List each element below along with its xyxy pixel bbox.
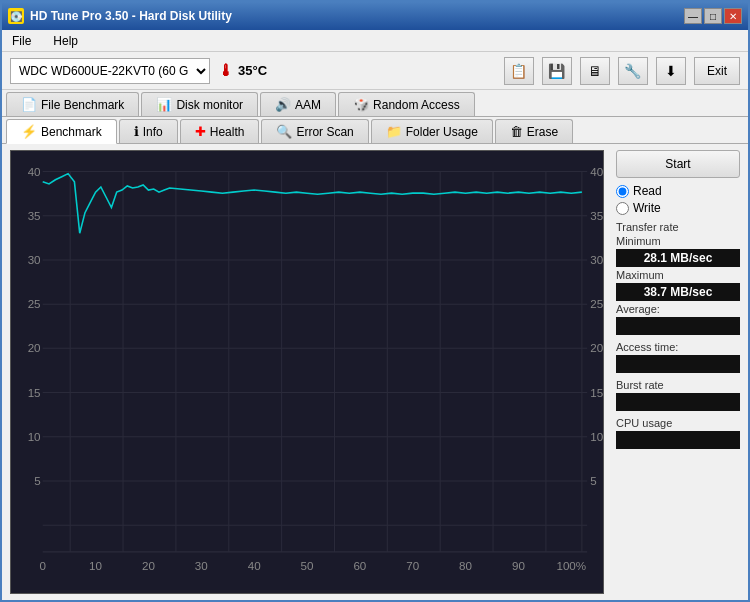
tab-random-access[interactable]: 🎲 Random Access bbox=[338, 92, 475, 116]
cpu-usage-label: CPU usage bbox=[616, 417, 740, 429]
temperature-display: 🌡 35°C bbox=[218, 62, 267, 80]
error-scan-icon: 🔍 bbox=[276, 124, 292, 139]
svg-text:25: 25 bbox=[28, 298, 41, 310]
thermometer-icon: 🌡 bbox=[218, 62, 234, 80]
svg-text:5: 5 bbox=[34, 475, 40, 487]
benchmark-icon: ⚡ bbox=[21, 124, 37, 139]
disk-monitor-icon: 📊 bbox=[156, 97, 172, 112]
burst-rate-value bbox=[616, 393, 740, 411]
radio-read-label[interactable]: Read bbox=[616, 184, 740, 198]
svg-text:10: 10 bbox=[28, 431, 41, 443]
svg-text:25: 25 bbox=[590, 298, 603, 310]
save-graph-button[interactable]: 💾 bbox=[542, 57, 572, 85]
svg-text:15: 15 bbox=[28, 387, 41, 399]
random-access-icon: 🎲 bbox=[353, 97, 369, 112]
app-icon: 💽 bbox=[8, 8, 24, 24]
radio-write-label[interactable]: Write bbox=[616, 201, 740, 215]
tabs-row1: 📄 File Benchmark 📊 Disk monitor 🔊 AAM 🎲 … bbox=[2, 90, 748, 117]
tab-benchmark[interactable]: ⚡ Benchmark bbox=[6, 119, 117, 144]
svg-text:10: 10 bbox=[590, 431, 603, 443]
average-value bbox=[616, 317, 740, 335]
start-button[interactable]: Start bbox=[616, 150, 740, 178]
access-time-value bbox=[616, 355, 740, 373]
tab-info[interactable]: ℹ Info bbox=[119, 119, 178, 143]
maximum-value: 38.7 MB/sec bbox=[616, 283, 740, 301]
svg-text:40: 40 bbox=[590, 166, 603, 178]
transfer-mode-group: Read Write bbox=[616, 184, 740, 215]
temperature-value: 35°C bbox=[238, 63, 267, 78]
access-time-label: Access time: bbox=[616, 341, 740, 353]
right-panel: Start Read Write Transfer rate Minimum 2… bbox=[608, 144, 748, 600]
svg-text:30: 30 bbox=[195, 561, 208, 573]
burst-rate-label: Burst rate bbox=[616, 379, 740, 391]
minimize-button[interactable]: — bbox=[684, 8, 702, 24]
close-button[interactable]: ✕ bbox=[724, 8, 742, 24]
tabs-row2: ⚡ Benchmark ℹ Info ✚ Health 🔍 Error Scan… bbox=[2, 117, 748, 144]
svg-text:10: 10 bbox=[89, 561, 102, 573]
aam-icon: 🔊 bbox=[275, 97, 291, 112]
tab-disk-monitor[interactable]: 📊 Disk monitor bbox=[141, 92, 258, 116]
svg-text:50: 50 bbox=[301, 561, 314, 573]
svg-text:100%: 100% bbox=[556, 561, 586, 573]
cpu-usage-value bbox=[616, 431, 740, 449]
svg-text:30: 30 bbox=[28, 254, 41, 266]
svg-text:90: 90 bbox=[512, 561, 525, 573]
tab-file-benchmark[interactable]: 📄 File Benchmark bbox=[6, 92, 139, 116]
svg-text:30: 30 bbox=[590, 254, 603, 266]
burst-rate-section: Burst rate bbox=[616, 379, 740, 411]
maximize-button[interactable]: □ bbox=[704, 8, 722, 24]
maximum-label: Maximum bbox=[616, 269, 740, 281]
exit-button[interactable]: Exit bbox=[694, 57, 740, 85]
svg-text:20: 20 bbox=[142, 561, 155, 573]
minimum-value: 28.1 MB/sec bbox=[616, 249, 740, 267]
download-button[interactable]: ⬇ bbox=[656, 57, 686, 85]
folder-usage-icon: 📁 bbox=[386, 124, 402, 139]
svg-text:20: 20 bbox=[590, 343, 603, 355]
radio-read[interactable] bbox=[616, 185, 629, 198]
transfer-rate-section: Transfer rate Minimum 28.1 MB/sec Maximu… bbox=[616, 221, 740, 335]
svg-text:20: 20 bbox=[28, 343, 41, 355]
title-bar: 💽 HD Tune Pro 3.50 - Hard Disk Utility —… bbox=[2, 2, 748, 30]
svg-text:35: 35 bbox=[590, 210, 603, 222]
average-label: Average: bbox=[616, 303, 740, 315]
window-controls: — □ ✕ bbox=[684, 8, 742, 24]
menu-help[interactable]: Help bbox=[49, 32, 82, 50]
transfer-rate-label: Transfer rate bbox=[616, 221, 740, 233]
tab-folder-usage[interactable]: 📁 Folder Usage bbox=[371, 119, 493, 143]
window-title: HD Tune Pro 3.50 - Hard Disk Utility bbox=[30, 9, 232, 23]
cpu-usage-section: CPU usage bbox=[616, 417, 740, 449]
settings-button[interactable]: 🔧 bbox=[618, 57, 648, 85]
copy-button[interactable]: 📋 bbox=[504, 57, 534, 85]
erase-icon: 🗑 bbox=[510, 124, 523, 139]
disk-info-button[interactable]: 🖥 bbox=[580, 57, 610, 85]
svg-text:0: 0 bbox=[39, 561, 45, 573]
benchmark-chart: 40 35 30 25 20 15 10 5 40 35 30 25 bbox=[11, 151, 603, 593]
svg-text:5: 5 bbox=[590, 475, 596, 487]
svg-text:80: 80 bbox=[459, 561, 472, 573]
radio-write[interactable] bbox=[616, 202, 629, 215]
access-time-section: Access time: bbox=[616, 341, 740, 373]
health-icon: ✚ bbox=[195, 124, 206, 139]
svg-text:60: 60 bbox=[353, 561, 366, 573]
svg-text:40: 40 bbox=[28, 166, 41, 178]
svg-text:70: 70 bbox=[406, 561, 419, 573]
main-content: MB/sec ms bbox=[2, 144, 748, 600]
minimum-label: Minimum bbox=[616, 235, 740, 247]
tab-erase[interactable]: 🗑 Erase bbox=[495, 119, 573, 143]
toolbar: WDC WD600UE-22KVT0 (60 GB) 🌡 35°C 📋 💾 🖥 … bbox=[2, 52, 748, 90]
tab-aam[interactable]: 🔊 AAM bbox=[260, 92, 336, 116]
svg-text:40: 40 bbox=[248, 561, 261, 573]
info-icon: ℹ bbox=[134, 124, 139, 139]
tab-error-scan[interactable]: 🔍 Error Scan bbox=[261, 119, 368, 143]
svg-text:35: 35 bbox=[28, 210, 41, 222]
svg-rect-0 bbox=[11, 151, 603, 593]
tab-health[interactable]: ✚ Health bbox=[180, 119, 260, 143]
svg-text:15: 15 bbox=[590, 387, 603, 399]
chart-area: MB/sec ms bbox=[10, 150, 604, 594]
menu-file[interactable]: File bbox=[8, 32, 35, 50]
drive-select[interactable]: WDC WD600UE-22KVT0 (60 GB) bbox=[10, 58, 210, 84]
menu-bar: File Help bbox=[2, 30, 748, 52]
file-benchmark-icon: 📄 bbox=[21, 97, 37, 112]
